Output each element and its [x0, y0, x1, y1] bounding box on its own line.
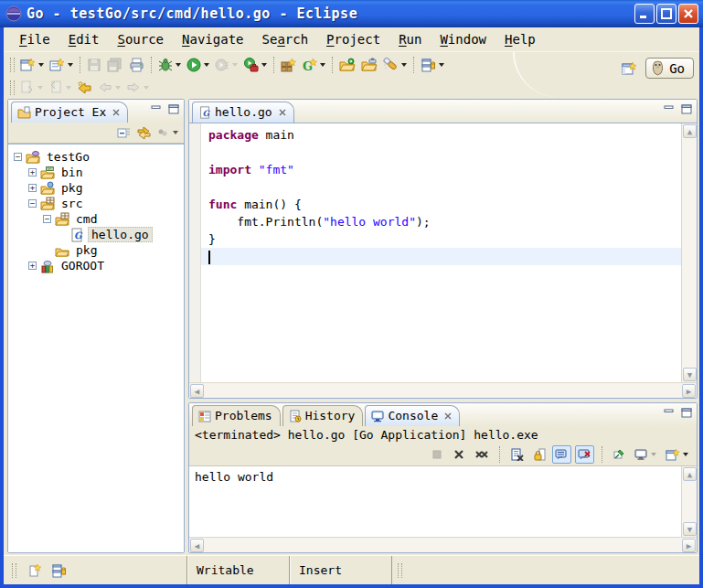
tree-item-goroot[interactable]: + GOROOT [14, 258, 184, 273]
editor-vertical-scrollbar[interactable]: ▲ ▼ [681, 123, 697, 382]
maximize-view-icon[interactable] [168, 104, 179, 114]
minimize-button[interactable] [634, 4, 655, 24]
tree-label[interactable]: testGo [44, 150, 92, 164]
debug-dropdown[interactable] [176, 63, 181, 67]
new-go-type-button[interactable]: G [299, 55, 328, 75]
menu-item-project[interactable]: Project [318, 29, 389, 49]
scroll-down-icon[interactable]: ▼ [683, 522, 697, 536]
menu-item-help[interactable]: Help [496, 29, 544, 49]
last-edit-location-button[interactable] [74, 78, 95, 97]
scroll-lock-button[interactable] [530, 445, 549, 464]
tab-project-explorer[interactable]: Project Ex [11, 102, 128, 123]
toolbar-grip[interactable] [10, 58, 15, 72]
run-history-button[interactable] [212, 55, 240, 75]
display-console-button[interactable] [632, 445, 659, 464]
run-button[interactable] [184, 55, 212, 75]
code-line[interactable]: import "fmt" [201, 161, 681, 178]
import-button[interactable] [336, 55, 358, 75]
run-dropdown[interactable] [204, 63, 209, 67]
new-wizard-dropdown[interactable] [38, 63, 44, 67]
search-dropdown[interactable] [401, 63, 407, 67]
back-button[interactable] [95, 78, 123, 97]
expander-collapse-icon[interactable]: − [28, 199, 37, 208]
editor-horizontal-scrollbar[interactable]: ◀ ▶ [189, 382, 697, 398]
external-tools-button[interactable] [240, 55, 270, 75]
tree-label[interactable]: GOROOT [59, 259, 107, 273]
show-view-button[interactable] [418, 55, 447, 75]
code-line[interactable]: package main [201, 126, 681, 144]
clear-console-button[interactable] [507, 445, 527, 464]
maximize-button[interactable] [656, 4, 676, 24]
show-stdout-button[interactable] [552, 445, 571, 464]
export-button[interactable] [358, 55, 380, 75]
expander-collapse-icon[interactable]: − [14, 153, 22, 161]
statusbar-grip[interactable] [12, 563, 16, 578]
scroll-right-icon[interactable]: ▶ [682, 384, 696, 398]
scroll-up-icon[interactable]: ▲ [683, 467, 697, 481]
pin-console-button[interactable] [610, 445, 628, 464]
maximize-view-icon[interactable] [681, 408, 692, 418]
tab-problems[interactable]: Problems [192, 405, 281, 426]
open-perspective-button[interactable] [619, 59, 640, 79]
expander-expand-icon[interactable]: + [28, 168, 37, 176]
collapse-all-button[interactable] [116, 126, 131, 140]
expander-expand-icon[interactable]: + [28, 262, 37, 270]
expander-expand-icon[interactable]: + [28, 184, 37, 192]
new-wizard-button[interactable] [17, 55, 47, 75]
code-area[interactable]: package mainimport "fmt"func main() { fm… [201, 123, 681, 382]
view-menu-dropdown[interactable] [173, 131, 178, 134]
toolbar-grip[interactable] [10, 80, 15, 95]
tree-item-pkg[interactable]: + pkg [14, 180, 184, 196]
new-go-type-dropdown[interactable] [320, 63, 325, 67]
external-tools-dropdown[interactable] [261, 63, 267, 67]
next-annotation-button[interactable] [17, 78, 46, 97]
remove-all-launches-button[interactable] [472, 445, 492, 464]
scroll-up-icon[interactable]: ▲ [683, 124, 697, 138]
open-console-dropdown[interactable] [683, 453, 688, 456]
menu-item-run[interactable]: Run [390, 29, 430, 49]
menu-item-window[interactable]: Window [431, 29, 495, 49]
tree-item-testgo[interactable]: − testGo [14, 149, 184, 165]
console-output[interactable]: hello world [189, 466, 681, 537]
new-package-button[interactable] [278, 55, 299, 75]
next-annotation-dropdown[interactable] [37, 86, 43, 90]
scroll-left-icon[interactable]: ◀ [190, 384, 204, 398]
close-button[interactable] [678, 4, 698, 24]
forward-dropdown[interactable] [144, 86, 149, 90]
tree-item-src[interactable]: − src [14, 196, 184, 211]
menu-item-search[interactable]: Search [254, 29, 317, 49]
menu-item-navigate[interactable]: Navigate [174, 29, 251, 49]
tab-close-icon[interactable] [444, 412, 452, 420]
code-line[interactable] [201, 178, 681, 196]
new-go-element-dropdown[interactable] [68, 63, 73, 67]
code-line[interactable] [201, 248, 681, 265]
title-bar[interactable]: Go - testGo/src/cmd/hello.go - Eclipse [0, 0, 703, 27]
code-line[interactable]: fmt.Println("hello world"); [201, 213, 681, 230]
back-dropdown[interactable] [115, 86, 121, 90]
save-button[interactable] [84, 55, 104, 75]
statusbar-grip[interactable] [398, 563, 402, 578]
console-horizontal-scrollbar[interactable]: ◀ ▶ [189, 537, 697, 552]
tree-item-hello-go[interactable]: G hello.go [14, 227, 184, 242]
minimize-view-icon[interactable] [151, 104, 162, 114]
go-perspective-button[interactable]: Go [645, 58, 694, 79]
view-menu-button[interactable] [157, 127, 178, 138]
tree-label[interactable]: pkg [73, 243, 100, 257]
menu-item-file[interactable]: File [11, 29, 59, 49]
expander-collapse-icon[interactable]: − [43, 215, 51, 223]
code-line[interactable]: func main() { [201, 196, 681, 213]
link-with-editor-button[interactable] [136, 126, 152, 140]
terminate-button[interactable] [428, 445, 446, 464]
tab-console[interactable]: Console [365, 405, 460, 426]
menu-item-edit[interactable]: Edit [60, 29, 108, 49]
scroll-left-icon[interactable]: ◀ [190, 539, 204, 552]
new-go-element-button[interactable] [47, 55, 76, 75]
show-view-trim-icon[interactable] [51, 563, 67, 578]
tree-label[interactable]: bin [59, 166, 85, 179]
open-console-button[interactable] [663, 445, 691, 464]
scroll-down-icon[interactable]: ▼ [683, 368, 697, 381]
tree-label[interactable]: src [59, 197, 85, 210]
fast-view-icon[interactable] [28, 563, 42, 578]
tree-item-bin[interactable]: + 010 bin [14, 165, 184, 180]
show-stderr-button[interactable] [575, 445, 594, 464]
